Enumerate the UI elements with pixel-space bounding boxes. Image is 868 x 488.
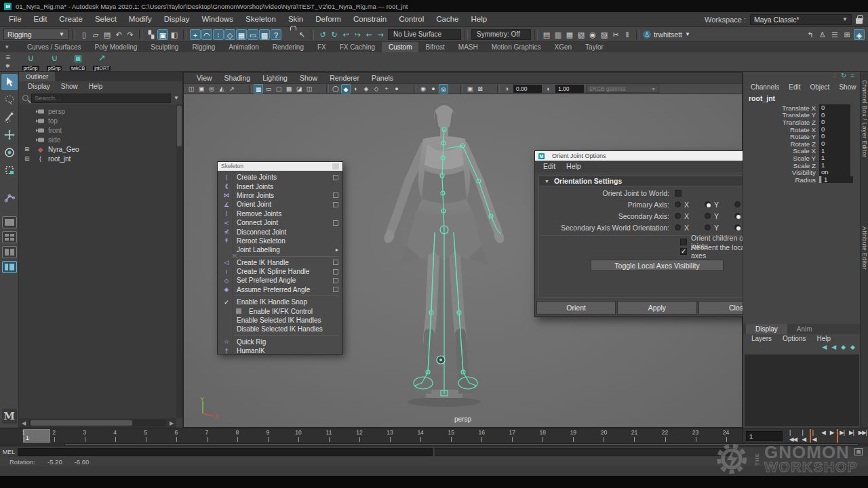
outliner-item[interactable]: side	[19, 135, 176, 144]
channel-display-icon[interactable]: ∴	[833, 72, 837, 82]
channel-row[interactable]: Translate Y 0	[743, 112, 860, 119]
shelf-button[interactable]: ▣ twkCB	[67, 53, 89, 71]
outliner-item[interactable]: ⊞ ◆ Nyra_Geo	[19, 144, 176, 154]
live-surface-field[interactable]: No Live Surface	[388, 29, 461, 40]
menu-item[interactable]: Deform	[309, 12, 347, 26]
layout-single-pane-button[interactable]	[2, 216, 17, 228]
shelf-tab[interactable]: Bifrost	[418, 42, 451, 52]
render-icon[interactable]: ▥	[553, 29, 564, 40]
snap-icon[interactable]: ▭	[248, 29, 258, 40]
frame-cell[interactable]: 21	[619, 428, 650, 443]
dialog-menu-item[interactable]: Help	[561, 161, 587, 171]
channel-row[interactable]: Visibility on	[743, 169, 860, 176]
playback-button[interactable]: |◀	[801, 429, 808, 443]
paint-select-tool[interactable]	[1, 109, 18, 125]
frame-cell[interactable]: 17	[497, 428, 528, 443]
frame-cell[interactable]: 18	[528, 428, 558, 443]
orient-button[interactable]: Orient	[536, 301, 616, 314]
frame-cell[interactable]: 11	[313, 428, 344, 443]
gamma-field[interactable]: 1.00	[555, 85, 584, 93]
apply-button[interactable]: Apply	[617, 301, 696, 314]
sawo-radio[interactable]: X	[675, 224, 705, 232]
primary-axis-radio[interactable]: X	[675, 201, 705, 209]
panel-menu-item[interactable]: Renderer	[323, 74, 366, 82]
file-op-icon[interactable]: ↷	[125, 29, 136, 40]
shelf-tab[interactable]: Sculpting	[144, 42, 185, 52]
viewport-toolbar-icon[interactable]: ◇	[372, 84, 381, 94]
frame-cell[interactable]: 22	[650, 428, 680, 443]
frame-cell[interactable]: 7	[191, 428, 222, 443]
viewport-toolbar-icon[interactable]: ◐	[351, 84, 361, 94]
workspace-lock-icon[interactable]	[856, 18, 863, 24]
shelf-tab[interactable]: Curves / Surfaces	[20, 42, 87, 52]
secondary-axis-radio[interactable]: X	[675, 212, 705, 220]
channel-box-menu-item[interactable]: Object	[806, 82, 835, 93]
highlight-selection-icon[interactable]: ↖	[296, 29, 307, 40]
shelf-tab[interactable]: Motion Graphics	[485, 42, 548, 52]
lock-selection-icon[interactable]	[283, 29, 294, 40]
current-frame-field[interactable]	[746, 431, 783, 441]
colorspace-dropdown[interactable]: sRGB gamma▼	[586, 85, 659, 93]
channel-row[interactable]: Scale Z 1	[743, 162, 860, 169]
menu-item[interactable]: ◇ Set Preferred Angle ▸	[218, 276, 342, 285]
menu-set-dropdown[interactable]: Rigging▼	[3, 28, 68, 40]
playback-button[interactable]: ▶	[829, 429, 835, 443]
frame-cell[interactable]: 1	[8, 428, 39, 443]
sidebar-toggle-icon[interactable]: ♙	[817, 29, 828, 40]
menu-item[interactable]: ✓ Enable IK Handle Snap ▸	[218, 298, 342, 306]
menu-item[interactable]: Skeleton	[239, 12, 282, 26]
menu-item[interactable]: ≀ Create IK Spline Handle ▸	[218, 267, 342, 276]
viewport-toolbar-icon[interactable]: ●	[392, 84, 401, 94]
channel-value-field[interactable]: 0	[819, 104, 850, 112]
option-box-icon[interactable]	[333, 220, 338, 226]
selection-mask-icon[interactable]: ▣	[157, 29, 168, 40]
panel-menu-item[interactable]: Panels	[366, 74, 399, 82]
frame-cell[interactable]: 19	[558, 428, 589, 443]
frame-cell[interactable]: 6	[161, 428, 191, 443]
outliner-menu-item[interactable]: Display	[23, 81, 55, 92]
menu-item[interactable]: Create	[53, 12, 89, 26]
menu-item[interactable]: ◁ Create IK Handle ▸	[218, 258, 342, 267]
layout-two-pane-button[interactable]	[2, 246, 17, 258]
construction-history-icon[interactable]: ↪	[352, 29, 363, 40]
outliner-tab[interactable]: Outliner	[19, 72, 55, 81]
scroll-right-icon[interactable]: ▶	[167, 420, 176, 426]
section-header[interactable]: ▼ Orientation Settings	[539, 176, 775, 186]
frame-cell[interactable]: 12	[344, 428, 375, 443]
layout-outliner-persp-button[interactable]	[2, 261, 17, 273]
snap-icon[interactable]: ∶	[213, 29, 224, 40]
channel-value-field[interactable]: 1	[822, 176, 853, 184]
menu-item[interactable]: ⟨ Create Joints ▸	[218, 173, 342, 182]
viewport-toolbar-icon[interactable]: ◭	[217, 84, 226, 94]
gamma-icon[interactable]: ◐	[544, 84, 553, 94]
secondary-axis-radio[interactable]: Y	[705, 212, 734, 220]
playback-button[interactable]: |◀◀	[788, 429, 799, 443]
frame-cell[interactable]: 4	[100, 428, 130, 443]
menu-item[interactable]: Enable Selected IK Handles ▸	[218, 316, 342, 325]
menu-item[interactable]: ⟪ Insert Joints ▸	[218, 182, 342, 190]
root-manipulator[interactable]	[437, 356, 445, 364]
shelf-tab[interactable]: FX	[311, 42, 333, 52]
viewport-toolbar-icon[interactable]: ◎	[439, 84, 448, 94]
channel-reset-icon[interactable]: ↻	[841, 72, 846, 82]
shelf-tab[interactable]: Animation	[222, 42, 265, 52]
shelf-button[interactable]: ∪ prtSnp	[20, 53, 41, 71]
frame-cell[interactable]: 2	[39, 428, 69, 443]
sidebar-toggle-icon[interactable]: ☰	[829, 29, 840, 40]
frame-cell[interactable]: 20	[589, 428, 619, 443]
render-icon[interactable]: ◉	[587, 29, 598, 40]
menu-item[interactable]: ⟨ Remove Joints ▸	[218, 209, 342, 218]
reorient-scale-row[interactable]: Reorient the local scale axes	[539, 247, 775, 256]
playback-button[interactable]: |◀	[810, 429, 818, 443]
layer-create-icon[interactable]: ◀	[822, 344, 827, 353]
layer-create-icon[interactable]: ◆	[850, 344, 855, 353]
tearoff-grip[interactable]	[332, 163, 339, 169]
frame-cell[interactable]: 15	[436, 428, 467, 443]
viewport-toolbar-icon[interactable]	[486, 84, 495, 94]
viewport-toolbar-icon[interactable]: ▣	[465, 84, 475, 94]
sawo-radio[interactable]: Y	[705, 224, 734, 232]
construction-history-icon[interactable]: ⇜	[363, 29, 374, 40]
layer-editor-menu-item[interactable]: Help	[811, 334, 836, 344]
layer-editor-menu-item[interactable]: Options	[777, 334, 811, 344]
selection-mask-icon[interactable]: ▚	[146, 29, 157, 40]
